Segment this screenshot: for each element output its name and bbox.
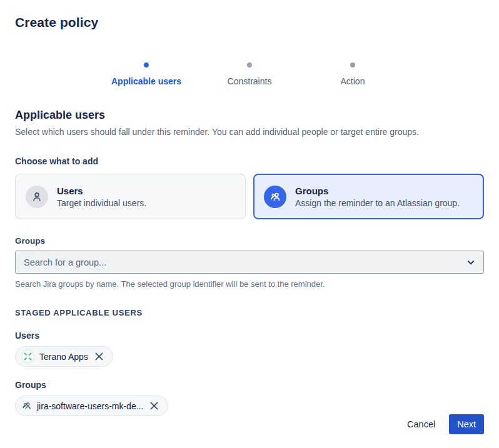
- remove-group-button[interactable]: [148, 400, 160, 412]
- step-label: Action: [341, 76, 365, 86]
- section-heading: Applicable users: [15, 109, 484, 122]
- option-card-title: Users: [57, 186, 146, 196]
- close-icon: [149, 401, 159, 411]
- staged-users-heading: STAGED APPLICABLE USERS: [15, 308, 484, 317]
- remove-user-button[interactable]: [93, 351, 105, 362]
- people-icon: [269, 191, 281, 203]
- group-search-select[interactable]: Search for a group...: [15, 251, 484, 274]
- dialog-footer: Cancel Next: [400, 414, 484, 434]
- section-description: Select which users should fall under thi…: [15, 127, 484, 137]
- step-dot-icon: [144, 62, 149, 67]
- step-constraints[interactable]: Constraints: [198, 62, 301, 86]
- create-policy-dialog: Create policy Applicable users Constrain…: [0, 0, 499, 448]
- option-card-text: Users Target individual users.: [57, 186, 146, 208]
- staged-users-label: Users: [15, 331, 484, 341]
- staged-user-chip-label: Terano Apps: [39, 352, 88, 362]
- option-card-description: Assign the reminder to an Atlassian grou…: [295, 198, 460, 208]
- staged-group-chip: jira-software-users-mk-de...: [15, 396, 168, 416]
- terano-logo-icon: [21, 350, 34, 363]
- option-card-groups[interactable]: Groups Assign the reminder to an Atlassi…: [253, 174, 484, 219]
- page-title: Create policy: [15, 15, 484, 30]
- wizard-stepper: Applicable users Constraints Action: [15, 62, 484, 86]
- user-icon: [31, 191, 43, 203]
- option-card-description: Target individual users.: [57, 198, 146, 208]
- chevron-down-icon: [466, 258, 475, 267]
- step-dot-icon: [247, 62, 252, 67]
- option-card-title: Groups: [295, 186, 460, 196]
- staged-user-chip: Terano Apps: [15, 346, 113, 367]
- group-search-helper: Search Jira groups by name. The selected…: [15, 279, 484, 289]
- group-search-placeholder: Search for a group...: [24, 257, 106, 267]
- close-icon: [94, 352, 104, 361]
- step-dot-icon: [350, 62, 355, 67]
- step-applicable-users[interactable]: Applicable users: [95, 62, 198, 86]
- add-type-options: Users Target individual users. Groups As…: [15, 174, 484, 219]
- step-label: Constraints: [228, 76, 272, 86]
- step-action[interactable]: Action: [301, 62, 405, 86]
- choose-what-to-add-label: Choose what to add: [15, 156, 484, 166]
- groups-field-label: Groups: [15, 236, 484, 246]
- staged-groups-label: Groups: [15, 380, 484, 390]
- next-button[interactable]: Next: [449, 414, 484, 434]
- cancel-button[interactable]: Cancel: [400, 415, 443, 434]
- step-label: Applicable users: [111, 76, 181, 86]
- staged-group-chip-label: jira-software-users-mk-de...: [37, 401, 143, 411]
- group-avatar-circle: [264, 186, 286, 208]
- people-icon: [21, 401, 32, 411]
- option-card-users[interactable]: Users Target individual users.: [15, 174, 246, 219]
- user-avatar-circle: [26, 186, 48, 208]
- option-card-text: Groups Assign the reminder to an Atlassi…: [295, 186, 460, 208]
